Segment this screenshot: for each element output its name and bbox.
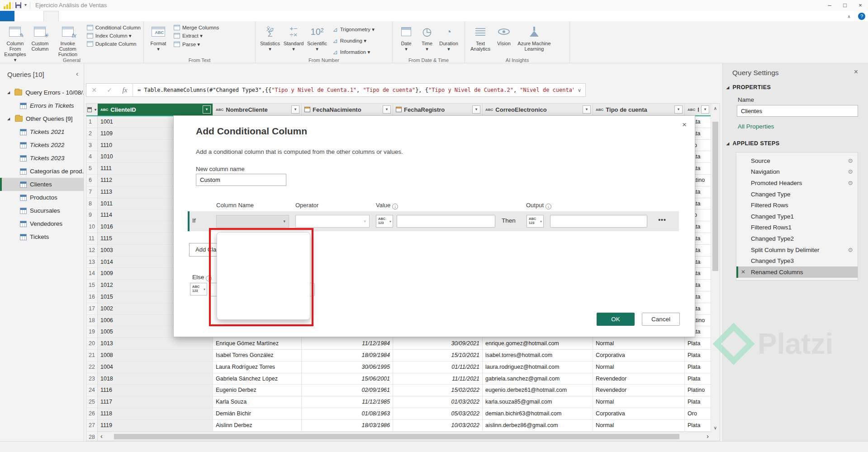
column-header[interactable]: ABC FechaRegistro ▾ xyxy=(393,104,483,115)
ribbon-stack-button[interactable]: ⊿Trigonometry ▾ xyxy=(332,25,375,34)
new-column-name-input[interactable] xyxy=(196,174,286,186)
cell-fechanacimiento[interactable]: 15/06/2001 xyxy=(302,373,393,385)
cell-nombre[interactable]: Enrique Gómez Martínez xyxy=(213,338,302,350)
cell-clienteid[interactable]: 1018 xyxy=(98,373,213,385)
query-tree-item[interactable]: ◢ Productos xyxy=(0,191,84,204)
cell-nombre[interactable]: Isabel Torres González xyxy=(213,350,302,362)
output-input[interactable] xyxy=(550,215,647,228)
close-button[interactable]: × xyxy=(853,0,868,11)
column-from-examples-button[interactable]: ✎ Column FromExamples ▾ xyxy=(3,23,28,62)
cell-clienteid[interactable]: 1008 xyxy=(98,350,213,362)
table-row[interactable]: 21 1008 Isabel Torres González 18/09/198… xyxy=(86,350,720,362)
cell-nivel[interactable]: Oro xyxy=(685,408,711,420)
row-options-button[interactable]: ••• xyxy=(655,215,669,228)
time-button[interactable]: ◷ Time▾ xyxy=(417,23,437,52)
cell-fechanacimiento[interactable]: 18/03/1986 xyxy=(302,420,393,432)
cell-tipo[interactable]: Revendedor xyxy=(593,373,685,385)
cell-fecharegistro[interactable]: 01/03/2022 xyxy=(393,396,483,408)
cell-tipo[interactable]: Normal xyxy=(593,362,685,373)
query-tree-item[interactable]: ◢ Sucursales xyxy=(0,204,84,217)
cell-tipo[interactable]: Normal xyxy=(593,420,685,432)
minimize-button[interactable]: – xyxy=(822,0,837,11)
cell-clienteid[interactable]: 1013 xyxy=(98,338,213,350)
ribbon-tab[interactable] xyxy=(73,11,88,21)
cell-fechanacimiento[interactable]: 11/12/1985 xyxy=(302,396,393,408)
ribbon-tab[interactable] xyxy=(0,11,14,21)
cell-nombre[interactable]: Demián Bichir xyxy=(213,408,302,420)
cell-nivel[interactable]: Plata xyxy=(685,338,711,350)
gear-icon[interactable]: ⚙ xyxy=(848,180,853,186)
scroll-right-icon[interactable]: › xyxy=(707,433,709,440)
cell-correo[interactable]: isabel.torres@hotmail.com xyxy=(483,350,593,362)
ribbon-stack-button[interactable]: Duplicate Column xyxy=(87,41,141,47)
ribbon-stack-button[interactable]: Merge Columns xyxy=(174,25,219,30)
applied-step-item[interactable]: ✕ Changed Type ⚙ xyxy=(736,189,858,200)
formula-confirm-icon[interactable]: ✓ xyxy=(102,86,117,94)
table-row[interactable]: 20 1013 Enrique Gómez Martínez 11/12/198… xyxy=(86,338,720,350)
query-tree-item[interactable]: ◢ Categorías de prod... xyxy=(0,165,84,178)
applied-step-item[interactable]: ✕ Navigation ⚙ xyxy=(736,167,858,178)
ribbon-stack-button[interactable]: ⊿Rounding ▾ xyxy=(332,36,375,45)
ok-button[interactable]: OK xyxy=(597,313,635,326)
filter-dropdown-button[interactable]: ▾ xyxy=(583,105,591,114)
applied-step-item[interactable]: ✕ Changed Type1 ⚙ xyxy=(736,211,858,222)
cell-correo[interactable]: laura.rodriguez@hotmail.com xyxy=(483,362,593,373)
filter-dropdown-button[interactable]: ▾ xyxy=(674,105,683,114)
cell-fechanacimiento[interactable]: 11/12/1984 xyxy=(302,338,393,350)
ribbon-tab[interactable] xyxy=(14,11,29,21)
table-row[interactable]: 25 1117 Karla Souza 11/12/1985 01/03/202… xyxy=(86,396,720,408)
applied-step-item[interactable]: ✕ Changed Type2 ⚙ xyxy=(736,233,858,244)
properties-section-header[interactable]: ◢PROPERTIES xyxy=(726,84,771,90)
column-header[interactable]: ABC NombreCliente ▾ xyxy=(213,104,302,115)
cell-tipo[interactable]: Corporativa xyxy=(593,350,685,362)
cell-nivel[interactable]: Plata xyxy=(685,420,711,432)
vision-button[interactable]: Vision xyxy=(493,23,515,46)
cell-fechanacimiento[interactable]: 30/06/1995 xyxy=(302,362,393,373)
column-header[interactable]: ABC ClienteID ▾ xyxy=(98,104,213,115)
standard-button[interactable]: +− ÷× Standard▾ xyxy=(282,23,305,52)
date-button[interactable]: Date▾ xyxy=(395,23,417,52)
column-header[interactable]: ABC FechaNacimiento ▾ xyxy=(302,104,393,115)
cell-fechanacimiento[interactable]: 02/09/1961 xyxy=(302,385,393,396)
ribbon-stack-button[interactable]: Conditional Column xyxy=(87,25,141,30)
cell-correo[interactable]: demian.bichir63@hotmail.com xyxy=(483,408,593,420)
cell-fecharegistro[interactable]: 01/11/2021 xyxy=(393,362,483,373)
applied-step-item[interactable]: ✕ Promoted Headers ⚙ xyxy=(736,177,858,189)
filter-dropdown-button[interactable]: ▾ xyxy=(472,105,480,114)
cell-fecharegistro[interactable]: 15/02/2022 xyxy=(393,385,483,396)
cell-clienteid[interactable]: 1119 xyxy=(98,420,213,432)
cell-tipo[interactable]: Revendedor xyxy=(593,385,685,396)
cell-correo[interactable]: enrique.gomez@hotmail.com xyxy=(483,338,593,350)
query-name-input[interactable] xyxy=(737,105,858,117)
table-row[interactable]: 24 1116 Eugenio Derbez 02/09/1961 15/02/… xyxy=(86,385,720,396)
ribbon-tab[interactable] xyxy=(88,11,102,21)
applied-step-item[interactable]: ✕ Changed Type3 ⚙ xyxy=(736,255,858,266)
scroll-down-icon[interactable]: ∨ xyxy=(711,425,720,430)
operator-dropdown[interactable]: ▾ xyxy=(295,215,370,228)
azure-ml-button[interactable]: Azure MachineLearning xyxy=(515,23,554,52)
cell-clienteid[interactable]: 1117 xyxy=(98,396,213,408)
custom-column-button[interactable]: ✳ CustomColumn xyxy=(28,23,52,52)
fx-icon[interactable]: fx xyxy=(117,86,133,94)
cell-nivel[interactable]: Plata xyxy=(685,373,711,385)
column-header[interactable]: ABC Tipo de cuenta ▾ xyxy=(593,104,685,115)
query-tree-item[interactable]: ◢ Vendedores xyxy=(0,217,84,230)
value-type-button[interactable]: ABC123▾ xyxy=(376,215,393,228)
cell-nombre[interactable]: Karla Souza xyxy=(213,396,302,408)
ribbon-stack-button[interactable]: Index Column ▾ xyxy=(87,33,141,39)
cell-fecharegistro[interactable]: 11/11/2021 xyxy=(393,373,483,385)
formula-cancel-icon[interactable]: ✕ xyxy=(86,86,102,94)
cell-fechanacimiento[interactable]: 18/09/1984 xyxy=(302,350,393,362)
ribbon-tab[interactable] xyxy=(29,11,43,21)
help-icon[interactable]: ? xyxy=(858,13,865,20)
gear-icon[interactable]: ⚙ xyxy=(848,247,853,253)
format-button[interactable]: ABC Format▾ xyxy=(147,23,170,52)
column-header[interactable]: ABC CorreoElectronico ▾ xyxy=(483,104,593,115)
cell-nombre[interactable]: Aislinn Derbez xyxy=(213,420,302,432)
filter-dropdown-button[interactable]: ▾ xyxy=(701,105,709,114)
filter-dropdown-button[interactable]: ▾ xyxy=(383,105,391,114)
invoke-custom-function-button[interactable]: fx Invoke CustomFunction xyxy=(52,23,83,57)
applied-step-item[interactable]: ✕ Filtered Rows1 ⚙ xyxy=(736,222,858,233)
horizontal-scrollbar[interactable]: ‹ › xyxy=(98,432,711,441)
cell-tipo[interactable]: Corporativa xyxy=(593,408,685,420)
